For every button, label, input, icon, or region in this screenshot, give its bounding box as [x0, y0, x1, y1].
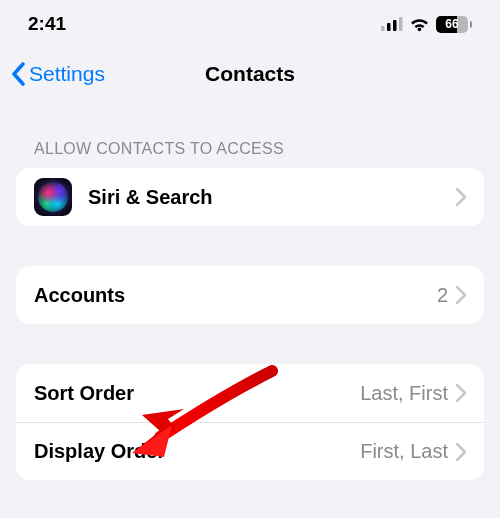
row-display-order[interactable]: Display Order First, Last: [16, 422, 484, 480]
group-accounts: Accounts 2: [16, 266, 484, 324]
status-indicators: 66: [381, 16, 472, 33]
cellular-icon: [381, 17, 403, 31]
svg-rect-0: [381, 26, 385, 31]
row-label: Accounts: [34, 284, 125, 307]
back-label: Settings: [29, 62, 105, 86]
row-sort-order[interactable]: Sort Order Last, First: [16, 364, 484, 422]
row-accounts[interactable]: Accounts 2: [16, 266, 484, 324]
battery-indicator: 66: [436, 16, 472, 33]
wifi-icon: [409, 17, 430, 32]
status-bar: 2:41 66: [0, 0, 500, 48]
status-time: 2:41: [28, 13, 66, 35]
svg-rect-2: [393, 20, 397, 31]
row-label: Sort Order: [34, 382, 134, 405]
svg-rect-1: [387, 23, 391, 31]
svg-rect-3: [399, 17, 403, 31]
battery-percentage: 66: [445, 17, 458, 31]
section-header-allow: ALLOW CONTACTS TO ACCESS: [0, 100, 500, 168]
row-value: Last, First: [360, 382, 448, 405]
row-value: First, Last: [360, 440, 448, 463]
row-label: Display Order: [34, 440, 165, 463]
chevron-right-icon: [456, 384, 466, 402]
back-button[interactable]: Settings: [0, 62, 105, 86]
chevron-right-icon: [456, 443, 466, 461]
row-siri-search[interactable]: Siri & Search: [16, 168, 484, 226]
group-allow-access: Siri & Search: [16, 168, 484, 226]
chevron-right-icon: [456, 188, 466, 206]
chevron-right-icon: [456, 286, 466, 304]
row-label: Siri & Search: [88, 186, 213, 209]
siri-icon: [34, 178, 72, 216]
row-value: 2: [437, 284, 448, 307]
group-order: Sort Order Last, First Display Order Fir…: [16, 364, 484, 480]
chevron-left-icon: [10, 62, 26, 86]
nav-bar: Settings Contacts: [0, 48, 500, 100]
